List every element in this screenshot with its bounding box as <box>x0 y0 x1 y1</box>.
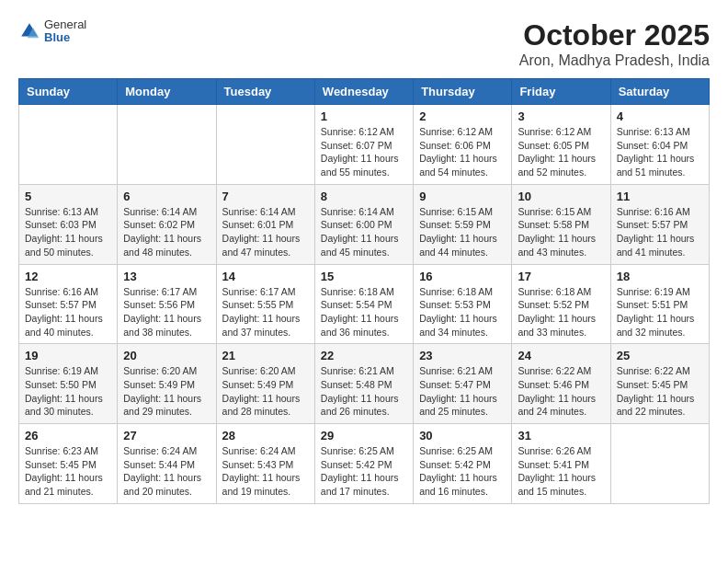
calendar-cell: 22Sunrise: 6:21 AMSunset: 5:48 PMDayligh… <box>314 344 413 424</box>
weekday-header: Sunday <box>19 79 118 105</box>
weekday-header-row: SundayMondayTuesdayWednesdayThursdayFrid… <box>19 79 710 105</box>
calendar-cell: 25Sunrise: 6:22 AMSunset: 5:45 PMDayligh… <box>610 344 709 424</box>
calendar-cell: 28Sunrise: 6:24 AMSunset: 5:43 PMDayligh… <box>216 424 314 504</box>
day-number: 24 <box>518 349 604 362</box>
day-number: 14 <box>222 270 309 283</box>
calendar-cell: 29Sunrise: 6:25 AMSunset: 5:42 PMDayligh… <box>314 424 413 504</box>
calendar-cell: 10Sunrise: 6:15 AMSunset: 5:58 PMDayligh… <box>512 184 610 264</box>
weekday-header: Saturday <box>610 79 709 105</box>
weekday-header: Tuesday <box>216 79 314 105</box>
day-info: Sunrise: 6:14 AMSunset: 6:02 PMDaylight:… <box>123 205 210 259</box>
day-info: Sunrise: 6:12 AMSunset: 6:07 PMDaylight:… <box>321 125 407 179</box>
day-info: Sunrise: 6:14 AMSunset: 6:01 PMDaylight:… <box>222 205 309 259</box>
day-info: Sunrise: 6:24 AMSunset: 5:44 PMDaylight:… <box>123 444 210 499</box>
calendar-cell: 21Sunrise: 6:20 AMSunset: 5:49 PMDayligh… <box>216 344 314 424</box>
day-info: Sunrise: 6:13 AMSunset: 6:03 PMDaylight:… <box>25 205 111 259</box>
weekday-header: Thursday <box>414 79 512 105</box>
day-info: Sunrise: 6:21 AMSunset: 5:47 PMDaylight:… <box>419 364 506 419</box>
day-number: 25 <box>617 349 703 362</box>
weekday-header: Friday <box>512 79 610 105</box>
day-info: Sunrise: 6:14 AMSunset: 6:00 PMDaylight:… <box>321 205 407 259</box>
calendar-cell: 9Sunrise: 6:15 AMSunset: 5:59 PMDaylight… <box>414 184 512 264</box>
day-info: Sunrise: 6:25 AMSunset: 5:42 PMDaylight:… <box>419 444 506 499</box>
day-number: 15 <box>321 270 407 283</box>
day-info: Sunrise: 6:23 AMSunset: 5:45 PMDaylight:… <box>25 444 111 499</box>
calendar-cell: 30Sunrise: 6:25 AMSunset: 5:42 PMDayligh… <box>414 424 512 504</box>
calendar-cell: 11Sunrise: 6:16 AMSunset: 5:57 PMDayligh… <box>610 184 709 264</box>
day-number: 29 <box>321 429 407 442</box>
day-info: Sunrise: 6:16 AMSunset: 5:57 PMDaylight:… <box>25 285 111 339</box>
day-number: 22 <box>321 349 407 362</box>
month-title: October 2025 <box>519 18 710 52</box>
location-title: Aron, Madhya Pradesh, India <box>519 52 710 69</box>
calendar-week-row: 26Sunrise: 6:23 AMSunset: 5:45 PMDayligh… <box>19 424 710 504</box>
day-number: 3 <box>518 109 604 123</box>
day-info: Sunrise: 6:19 AMSunset: 5:50 PMDaylight:… <box>25 364 111 419</box>
day-number: 9 <box>419 190 506 203</box>
day-number: 23 <box>419 349 506 362</box>
title-section: October 2025 Aron, Madhya Pradesh, India <box>519 18 710 69</box>
calendar-cell: 5Sunrise: 6:13 AMSunset: 6:03 PMDaylight… <box>19 184 118 264</box>
calendar-cell: 2Sunrise: 6:12 AMSunset: 6:06 PMDaylight… <box>414 105 512 185</box>
calendar-cell: 8Sunrise: 6:14 AMSunset: 6:00 PMDaylight… <box>314 184 413 264</box>
calendar-week-row: 5Sunrise: 6:13 AMSunset: 6:03 PMDaylight… <box>19 184 710 264</box>
calendar-cell: 13Sunrise: 6:17 AMSunset: 5:56 PMDayligh… <box>118 264 216 344</box>
logo-blue-text: Blue <box>44 31 86 44</box>
day-number: 10 <box>518 190 604 203</box>
day-number: 30 <box>419 429 506 442</box>
day-info: Sunrise: 6:18 AMSunset: 5:52 PMDaylight:… <box>518 285 604 339</box>
calendar-cell: 18Sunrise: 6:19 AMSunset: 5:51 PMDayligh… <box>610 264 709 344</box>
day-number: 6 <box>123 190 210 203</box>
day-info: Sunrise: 6:16 AMSunset: 5:57 PMDaylight:… <box>617 205 703 259</box>
calendar-week-row: 12Sunrise: 6:16 AMSunset: 5:57 PMDayligh… <box>19 264 710 344</box>
day-number: 21 <box>222 349 309 362</box>
day-info: Sunrise: 6:15 AMSunset: 5:59 PMDaylight:… <box>419 205 506 259</box>
weekday-header: Wednesday <box>314 79 413 105</box>
calendar-cell <box>216 105 314 185</box>
day-info: Sunrise: 6:22 AMSunset: 5:45 PMDaylight:… <box>617 364 703 419</box>
day-info: Sunrise: 6:24 AMSunset: 5:43 PMDaylight:… <box>222 444 309 499</box>
day-info: Sunrise: 6:12 AMSunset: 6:05 PMDaylight:… <box>518 125 604 179</box>
calendar-cell: 12Sunrise: 6:16 AMSunset: 5:57 PMDayligh… <box>19 264 118 344</box>
day-info: Sunrise: 6:22 AMSunset: 5:46 PMDaylight:… <box>518 364 604 419</box>
calendar-cell: 31Sunrise: 6:26 AMSunset: 5:41 PMDayligh… <box>512 424 610 504</box>
calendar-cell: 20Sunrise: 6:20 AMSunset: 5:49 PMDayligh… <box>118 344 216 424</box>
calendar-cell: 3Sunrise: 6:12 AMSunset: 6:05 PMDaylight… <box>512 105 610 185</box>
day-info: Sunrise: 6:26 AMSunset: 5:41 PMDaylight:… <box>518 444 604 499</box>
day-number: 8 <box>321 190 407 203</box>
day-number: 1 <box>321 109 407 123</box>
day-number: 31 <box>518 429 604 442</box>
calendar-cell: 1Sunrise: 6:12 AMSunset: 6:07 PMDaylight… <box>314 105 413 185</box>
day-info: Sunrise: 6:19 AMSunset: 5:51 PMDaylight:… <box>617 285 703 339</box>
day-number: 4 <box>617 109 703 123</box>
calendar-cell: 17Sunrise: 6:18 AMSunset: 5:52 PMDayligh… <box>512 264 610 344</box>
day-number: 28 <box>222 429 309 442</box>
calendar-cell: 4Sunrise: 6:13 AMSunset: 6:04 PMDaylight… <box>610 105 709 185</box>
calendar-cell: 19Sunrise: 6:19 AMSunset: 5:50 PMDayligh… <box>19 344 118 424</box>
day-number: 27 <box>123 429 210 442</box>
logo-icon <box>18 20 40 42</box>
day-info: Sunrise: 6:18 AMSunset: 5:54 PMDaylight:… <box>321 285 407 339</box>
day-number: 7 <box>222 190 309 203</box>
calendar-cell: 27Sunrise: 6:24 AMSunset: 5:44 PMDayligh… <box>118 424 216 504</box>
calendar-cell <box>610 424 709 504</box>
logo: General Blue <box>18 18 86 45</box>
day-info: Sunrise: 6:18 AMSunset: 5:53 PMDaylight:… <box>419 285 506 339</box>
calendar-cell: 24Sunrise: 6:22 AMSunset: 5:46 PMDayligh… <box>512 344 610 424</box>
calendar-week-row: 19Sunrise: 6:19 AMSunset: 5:50 PMDayligh… <box>19 344 710 424</box>
day-info: Sunrise: 6:20 AMSunset: 5:49 PMDaylight:… <box>123 364 210 419</box>
day-number: 17 <box>518 270 604 283</box>
day-number: 18 <box>617 270 703 283</box>
day-info: Sunrise: 6:13 AMSunset: 6:04 PMDaylight:… <box>617 125 703 179</box>
day-info: Sunrise: 6:15 AMSunset: 5:58 PMDaylight:… <box>518 205 604 259</box>
calendar-week-row: 1Sunrise: 6:12 AMSunset: 6:07 PMDaylight… <box>19 105 710 185</box>
weekday-header: Monday <box>118 79 216 105</box>
calendar-cell: 6Sunrise: 6:14 AMSunset: 6:02 PMDaylight… <box>118 184 216 264</box>
day-info: Sunrise: 6:20 AMSunset: 5:49 PMDaylight:… <box>222 364 309 419</box>
day-number: 20 <box>123 349 210 362</box>
day-info: Sunrise: 6:21 AMSunset: 5:48 PMDaylight:… <box>321 364 407 419</box>
calendar-cell: 26Sunrise: 6:23 AMSunset: 5:45 PMDayligh… <box>19 424 118 504</box>
day-info: Sunrise: 6:25 AMSunset: 5:42 PMDaylight:… <box>321 444 407 499</box>
calendar-cell: 16Sunrise: 6:18 AMSunset: 5:53 PMDayligh… <box>414 264 512 344</box>
day-number: 2 <box>419 109 506 123</box>
